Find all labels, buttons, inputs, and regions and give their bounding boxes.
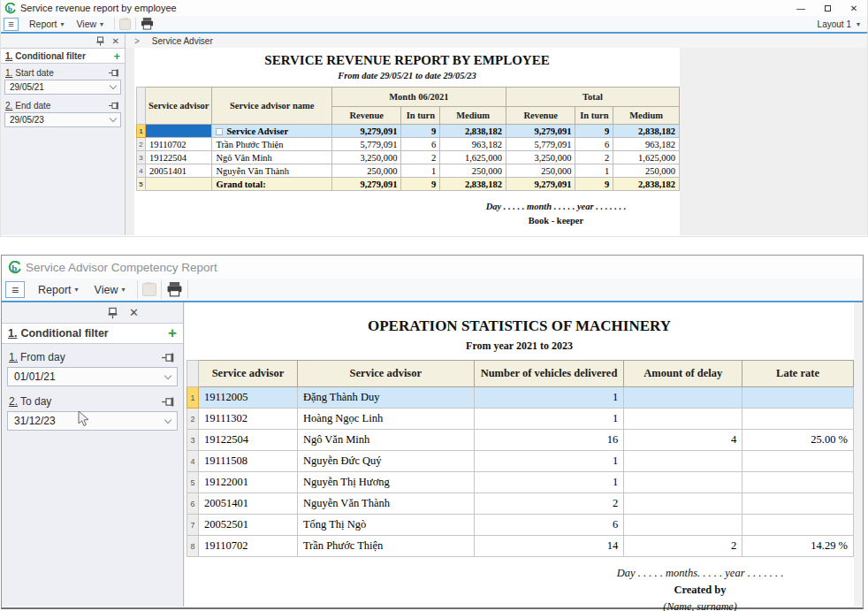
report-menu-button[interactable]: Report▾ [23,16,71,32]
row-number[interactable]: 4 [137,164,146,178]
cell-in-turn-total: 9 [575,125,613,138]
paste-icon[interactable] [142,283,156,296]
filter-panel-title: Conditional filter [15,51,85,61]
row-number[interactable]: 2 [187,409,199,430]
col-header: In turn [575,107,613,125]
table-row[interactable]: 7 20052501 Tống Thị Ngò 6 [187,515,854,536]
table-row[interactable]: 1 Service Adviser 9,279,091 9 2,838,182 … [137,125,680,138]
cell-advisor-id: 19110702 [145,138,212,151]
pin-icon[interactable] [162,397,176,407]
toolbar-separator [161,280,162,299]
panel-close-icon[interactable]: ✕ [112,36,119,46]
start-date-dropdown[interactable]: 29/05/21 [4,80,121,95]
operation-statistics-table: Service advisor Service advisor Number o… [187,360,854,557]
pin-icon[interactable] [96,36,104,46]
row-number[interactable]: 1 [137,125,146,138]
cell-in-turn-total: 6 [575,138,613,151]
row-number[interactable]: 5 [187,472,199,493]
cell-medium-total: 2,838,182 [613,178,680,191]
row-number[interactable]: 3 [137,151,146,164]
menu-icon[interactable]: ≡ [5,281,25,298]
table-row[interactable]: 2 19111302 Hoàng Ngọc Linh 1 [187,409,854,430]
report-menu-button[interactable]: Report▾ [30,279,87,301]
toolbar: ≡ Report▾ View▾ Layout 1▾ [1,16,867,34]
report-page: SERVICE REVENUE REPORT BY EMPLOYEE From … [134,48,680,235]
row-number[interactable]: 5 [137,178,146,191]
cell-medium-total: 1,625,000 [613,151,680,164]
row-number[interactable]: 3 [187,430,199,451]
cell-revenue: 250,000 [331,164,401,178]
filter-panel: ✕ 1. Conditional filter + 1. From day 01… [2,302,184,607]
table-row[interactable]: 3 19122504 Ngô Văn Minh 16 4 25.00 % [187,430,854,451]
cell-in-turn-total: 1 [575,164,613,178]
collapse-icon[interactable] [216,128,223,135]
cell-vehicles-delivered: 1 [474,451,624,472]
toolbar-separator [135,18,136,30]
svg-text:b: b [11,262,17,272]
cell-amount-of-delay [624,515,742,536]
menu-icon[interactable]: ≡ [4,18,19,31]
cell-advisor-id [145,178,212,191]
layout-selector[interactable]: Layout 1▾ [818,19,867,29]
end-date-dropdown[interactable]: 29/05/23 [4,112,121,127]
row-number[interactable]: 4 [187,451,199,472]
print-icon[interactable] [141,18,154,30]
row-number[interactable]: 6 [187,493,199,515]
print-icon[interactable] [166,282,183,297]
row-number[interactable]: 8 [187,536,199,557]
col-header: Service advisor [145,88,212,125]
toolbar-separator [114,18,115,30]
paste-icon[interactable] [119,19,131,30]
row-number[interactable]: 1 [187,387,199,409]
view-menu-button[interactable]: View▾ [87,279,133,301]
maximize-button[interactable] [814,4,841,13]
table-row[interactable]: 4 19111508 Nguyễn Đức Quý 1 [187,451,854,472]
caret-down-icon: ▾ [857,20,860,28]
table-row[interactable]: 1 19112005 Đặng Thành Duy 1 [187,387,854,409]
pin-icon[interactable] [162,353,176,363]
signature-date-line: Day . . . . . month . . . . . year . . .… [437,200,675,214]
cell-revenue: 9,279,091 [331,125,401,138]
row-number[interactable]: 2 [137,138,146,151]
cell-late-rate [742,472,854,493]
table-row[interactable]: 8 19110702 Trần Phước Thiện 14 2 14.29 % [187,536,854,557]
row-number[interactable]: 7 [187,515,199,536]
cell-advisor-id: 19122001 [199,472,298,493]
table-row[interactable]: 6 20051401 Nguyễn Văn Thành 2 [187,493,854,515]
add-filter-button[interactable]: + [113,50,120,63]
cell-advisor-id: 20051401 [199,493,298,515]
toolbar: ≡ Report▾ View▾ [2,279,863,302]
caret-down-icon: ▾ [75,286,79,294]
col-header: Medium [440,107,506,125]
table-row[interactable]: 3 19122504 Ngô Văn Minh 3,250,000 2 1,62… [137,151,680,164]
cell-advisor-name: Nguyễn Văn Thành [216,166,288,176]
close-button[interactable]: ✕ [841,4,867,13]
table-row[interactable]: 4 20051401 Nguyễn Văn Thành 250,000 1 25… [137,164,680,178]
add-filter-button[interactable]: + [168,325,177,342]
table-row[interactable]: 5 Grand total: 9,279,091 9 2,838,182 9,2… [137,178,680,191]
svg-text:b: b [8,4,12,13]
cell-in-turn: 9 [401,178,440,191]
pin-icon[interactable] [109,102,120,110]
cell-advisor-id [145,125,212,138]
chevron-down-icon [164,371,171,378]
report-page: OPERATION STATISTICS OF MACHINERY From y… [185,302,854,607]
minimize-button[interactable]: — [788,4,814,13]
table-row[interactable]: 5 19122001 Nguyễn Thị Hương 1 [187,472,854,493]
breadcrumb[interactable]: > Service Adviser [126,34,867,48]
cell-advisor-name: Ngô Văn Minh [216,153,271,163]
pin-icon[interactable] [109,69,120,77]
report-signature-block: Day . . . . . month . . . . . year . . .… [437,200,675,229]
table-row[interactable]: 2 19110702 Trần Phước Thiện 5,779,091 6 … [137,138,680,151]
view-menu-button[interactable]: View▾ [71,16,110,32]
cell-in-turn: 6 [401,138,440,151]
panel-close-icon[interactable]: ✕ [129,306,139,319]
caret-down-icon: ▾ [121,286,125,294]
from-day-dropdown[interactable]: 01/01/21 [7,367,178,386]
to-day-dropdown[interactable]: 31/12/23 [7,411,178,431]
cell-advisor-name: Nguyễn Văn Thành [297,493,474,515]
col-header: Number of vehicles delivered [474,361,624,387]
col-header: Revenue [506,107,575,125]
pin-icon[interactable] [108,307,118,319]
cell-amount-of-delay: 4 [624,430,742,451]
